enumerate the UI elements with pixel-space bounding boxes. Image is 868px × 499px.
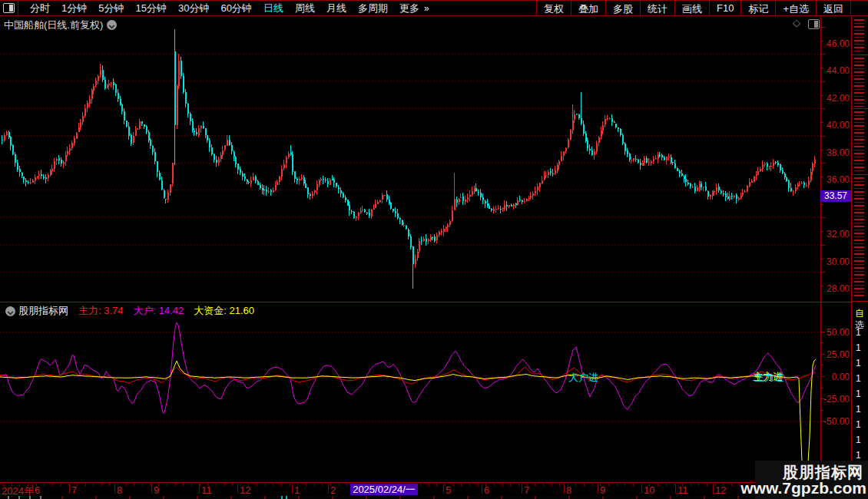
sidebar-rank-number: 1 bbox=[856, 388, 861, 399]
sidebar-rank-number: 1 bbox=[856, 419, 861, 430]
sidebar-tab-icon bbox=[854, 111, 864, 173]
month-label: 6 bbox=[484, 484, 489, 496]
indicator-name: 股朋指标网 bbox=[18, 304, 68, 318]
toolbar-button-F10[interactable]: F10 bbox=[709, 1, 740, 16]
indicator-field: 大资金: 21.60 bbox=[194, 304, 254, 318]
indicator-header: 股朋指标网 主力: 3.74大户: 14.42大资金: 21.60 bbox=[2, 305, 254, 317]
period-tab-多周期[interactable]: 多周期 bbox=[358, 2, 388, 15]
indicator-field: 主力: 3.74 bbox=[78, 304, 124, 318]
sidebar-tab-icon bbox=[854, 58, 864, 107]
period-tab-日线[interactable]: 日线 bbox=[263, 2, 283, 15]
indicator-axis-label: 0.00 bbox=[819, 372, 850, 382]
price-axis: 46.0044.0042.0040.0038.0036.0032.0030.00… bbox=[820, 17, 851, 302]
indicator-field: 大户: 14.42 bbox=[134, 304, 184, 318]
indicator-axis: 50.0025.000.00-25.00-50.00 bbox=[820, 302, 851, 482]
sidebar-tab-icon bbox=[854, 177, 864, 299]
sidebar-tab-icon bbox=[854, 19, 864, 53]
month-label: 12 bbox=[715, 484, 726, 496]
watermark: 股朋指标网 www.7gpzb.com bbox=[755, 461, 868, 499]
period-tab-1分钟[interactable]: 1分钟 bbox=[61, 2, 87, 15]
price-axis-label: 36.00 bbox=[819, 174, 850, 185]
date-axis[interactable]: 2024年 2025/02/24/一 678911121256789101112 bbox=[0, 482, 851, 496]
toolbar-button-+自选[interactable]: +自选 bbox=[775, 1, 816, 16]
right-sidebar-strip[interactable]: 自 选 111111111 bbox=[851, 17, 868, 499]
month-label: 5 bbox=[446, 484, 451, 496]
sidebar-rank-number: 1 bbox=[856, 358, 861, 368]
month-label: 7 bbox=[524, 484, 529, 496]
month-label: 7 bbox=[71, 484, 77, 496]
toolbar-button-叠加[interactable]: 叠加 bbox=[571, 1, 605, 16]
right-toolbar: 复权叠加多股统计画线F10标记+自选返回 bbox=[536, 1, 851, 16]
panel-toggle-button[interactable] bbox=[0, 1, 18, 15]
sidebar-rank-number: 1 bbox=[856, 327, 861, 338]
period-tab-5分钟[interactable]: 5分钟 bbox=[98, 2, 124, 15]
divider bbox=[852, 301, 868, 302]
sidebar-rank-number: 1 bbox=[856, 404, 861, 415]
price-axis-label: 44.00 bbox=[819, 65, 850, 76]
month-label: 1 bbox=[294, 484, 300, 496]
toolbar-button-复权[interactable]: 复权 bbox=[536, 1, 571, 16]
toolbar-button-多股[interactable]: 多股 bbox=[605, 1, 640, 16]
diamond-icon[interactable]: ◇ bbox=[793, 17, 800, 28]
price-axis-label: 32.00 bbox=[819, 229, 850, 240]
current-price-badge: 33.57 bbox=[820, 190, 851, 202]
month-label: 9 bbox=[154, 484, 159, 496]
month-label: 11 bbox=[201, 484, 212, 496]
divider bbox=[852, 55, 868, 55]
statusbar-sliver bbox=[0, 496, 868, 499]
month-label: 11 bbox=[678, 484, 688, 496]
period-tab-30分钟[interactable]: 30分钟 bbox=[178, 2, 209, 15]
toolbar-button-返回[interactable]: 返回 bbox=[816, 1, 851, 16]
month-label: 8 bbox=[117, 484, 122, 496]
chevron-down-icon[interactable] bbox=[5, 306, 15, 316]
period-tab-月线[interactable]: 月线 bbox=[326, 2, 346, 15]
period-toolbar: 分时1分钟5分钟15分钟30分钟60分钟日线周线月线多周期更多 » 复权叠加多股… bbox=[0, 0, 868, 16]
candlestick-chart[interactable] bbox=[0, 17, 820, 302]
toolbar-button-统计[interactable]: 统计 bbox=[640, 1, 674, 16]
trading-app-window: 分时1分钟5分钟15分钟30分钟60分钟日线周线月线多周期更多 » 复权叠加多股… bbox=[0, 0, 868, 499]
indicator-axis-label: -25.00 bbox=[819, 394, 850, 405]
month-label: 2 bbox=[330, 484, 336, 496]
divider bbox=[852, 108, 868, 109]
sidebar-rank-number: 1 bbox=[856, 373, 861, 384]
watermark-url: www.7gpzb.com bbox=[740, 479, 866, 497]
signal-label: 大户进 bbox=[568, 371, 598, 385]
signal-label: 主力进 bbox=[754, 371, 784, 385]
period-tab-周线[interactable]: 周线 bbox=[295, 2, 315, 15]
indicator-chart[interactable] bbox=[0, 302, 820, 482]
price-axis-label: 42.00 bbox=[819, 93, 850, 104]
price-axis-label: 40.00 bbox=[819, 120, 850, 131]
price-axis-label: 28.00 bbox=[819, 283, 850, 294]
sidebar-rank-number: 1 bbox=[856, 450, 861, 461]
more-arrow-icon[interactable]: » bbox=[424, 3, 429, 14]
divider bbox=[852, 174, 868, 175]
half-panel-icon bbox=[3, 3, 15, 13]
period-tab-分时[interactable]: 分时 bbox=[30, 2, 50, 15]
chevron-down-icon[interactable] bbox=[107, 20, 117, 30]
selected-date-badge: 2025/02/24/一 bbox=[350, 484, 418, 495]
period-tab-更多[interactable]: 更多 bbox=[399, 2, 419, 15]
price-axis-label: 38.00 bbox=[819, 147, 850, 158]
price-axis-label: 46.00 bbox=[819, 38, 850, 49]
period-tabs: 分时1分钟5分钟15分钟30分钟60分钟日线周线月线多周期更多 bbox=[18, 2, 419, 15]
indicator-values: 主力: 3.74大户: 14.42大资金: 21.60 bbox=[68, 304, 254, 318]
chart-title: 中国船舶(日线.前复权) bbox=[4, 18, 117, 32]
month-label: 12 bbox=[240, 484, 250, 496]
sidebar-rank-number: 1 bbox=[856, 435, 861, 445]
month-label: 8 bbox=[566, 484, 571, 496]
price-axis-label: 30.00 bbox=[819, 256, 850, 267]
toolbar-button-标记[interactable]: 标记 bbox=[740, 1, 775, 16]
month-label: 10 bbox=[644, 484, 654, 496]
period-tab-60分钟[interactable]: 60分钟 bbox=[220, 2, 251, 15]
month-label: 6 bbox=[35, 484, 40, 496]
sidebar-rank-number: 1 bbox=[856, 342, 861, 353]
month-label: 9 bbox=[600, 484, 605, 496]
indicator-axis-label: -50.00 bbox=[819, 416, 850, 427]
toolbar-button-画线[interactable]: 画线 bbox=[674, 1, 709, 16]
period-tab-15分钟[interactable]: 15分钟 bbox=[135, 2, 166, 15]
layout-split-icon[interactable] bbox=[808, 19, 820, 29]
